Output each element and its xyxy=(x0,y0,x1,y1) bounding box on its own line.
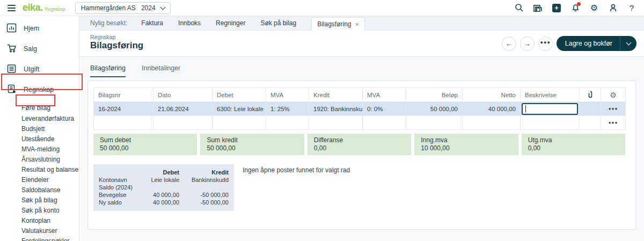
cell-dato[interactable] xyxy=(153,116,213,130)
sidebar-item-label: Utgift xyxy=(24,65,39,73)
save-button-label: Lagre og bokfør xyxy=(557,40,620,47)
sidebar-item-salg[interactable]: Salg xyxy=(0,41,79,57)
sidebar-item-regnskap[interactable]: Regnskap xyxy=(0,82,79,98)
cell-netto[interactable] xyxy=(463,116,521,130)
acct-debet-value: Leie lokale xyxy=(149,176,179,184)
ellipsis-icon: ●●● xyxy=(540,40,551,45)
row-menu-button[interactable]: ●●● xyxy=(601,116,626,130)
sum-value: 0,00 xyxy=(528,144,619,152)
search-icon[interactable] xyxy=(514,3,524,13)
acct-row-label: Ny saldo xyxy=(99,199,149,206)
sum-kredit: Sum kredit 50 000,00 xyxy=(200,134,304,155)
cell-bilagsnr[interactable] xyxy=(94,116,153,130)
cart-icon xyxy=(6,43,17,55)
sidebar-item-label: Salg xyxy=(24,45,37,53)
cell-kredit[interactable] xyxy=(309,116,363,130)
help-icon[interactable]: ? xyxy=(627,3,636,13)
top-bar: eika. Regnskap Hammergården AS 2024 + ⚙ … xyxy=(0,0,644,16)
attachment-icon xyxy=(580,88,601,102)
col-bilagsnr: Bilagsnr xyxy=(94,88,153,102)
header-actions: ← → ●●● Lagre og bokfør xyxy=(502,36,636,51)
sidebar-item-hjem[interactable]: Hjem xyxy=(0,20,79,36)
recent-link-sok-pa-bilag[interactable]: Søk på bilag xyxy=(260,19,296,27)
document-tab-label: Bilagsføring xyxy=(317,20,351,28)
journal-entry-card: Bilagsnr Dato Debet MVA Kredit MVA Beløp… xyxy=(87,81,636,230)
sidebar-item-saldobalanse[interactable]: Saldobalanse xyxy=(0,185,79,195)
save-button-dropdown[interactable] xyxy=(620,36,636,51)
sidebar-item-utestaende[interactable]: Utestående xyxy=(0,134,79,144)
cell-mva-kredit[interactable] xyxy=(363,116,406,130)
cell-kredit[interactable]: 1920: Bankinnskudd xyxy=(309,102,363,116)
acct-row-label: Kontonavn xyxy=(99,176,149,184)
sum-debet: Sum debet 50 000,00 xyxy=(93,134,197,155)
back-button[interactable]: ← xyxy=(502,36,516,51)
recent-link-faktura[interactable]: Faktura xyxy=(141,19,163,27)
col-mva-debet: MVA xyxy=(266,88,309,102)
profile-icon[interactable] xyxy=(608,3,618,13)
cell-netto[interactable]: 40 000,00 xyxy=(463,102,521,116)
cell-attachment[interactable] xyxy=(580,116,601,130)
sum-value: 50 000,00 xyxy=(207,144,297,152)
sum-label: Inng.mva xyxy=(421,136,511,144)
hamburger-menu-icon[interactable] xyxy=(3,0,19,16)
recent-link-innboks[interactable]: Innboks xyxy=(178,19,201,27)
ledger-icon xyxy=(6,84,17,96)
settings-gear-icon[interactable]: ⚙ xyxy=(589,3,599,13)
sidebar-item-sok-pa-bilag[interactable]: Søk på bilag xyxy=(0,195,79,206)
sidebar-item-fore-bilag[interactable]: Føre bilag xyxy=(0,103,79,113)
close-icon[interactable]: × xyxy=(355,20,360,28)
sidebar-item-eiendeler[interactable]: Eiendeler xyxy=(0,175,79,185)
cell-belop[interactable] xyxy=(406,116,463,130)
cell-belop[interactable]: 50 000,00 xyxy=(406,102,463,116)
open-document-tab[interactable]: Bilagsføring × xyxy=(311,17,365,31)
expense-icon xyxy=(6,64,17,75)
cell-mva-kredit[interactable]: 0: 0% xyxy=(363,102,406,116)
sidebar-item-fordelingsnokler[interactable]: Fordelingsnøkler xyxy=(0,236,79,241)
main-area: Nylig besøkt: Faktura Innboks Regninger … xyxy=(79,16,644,241)
chevron-down-icon xyxy=(626,40,631,46)
account-balance-panel: Debet Kredit Kontonavn Leie lokale Banki… xyxy=(93,164,234,211)
acct-kredit-value: -50 000,00 xyxy=(179,191,229,199)
sidebar-item-leverandorfaktura[interactable]: Leverandørfaktura xyxy=(0,114,79,124)
cell-attachment[interactable] xyxy=(580,102,601,116)
sum-value: 50 000,00 xyxy=(100,144,191,152)
notification-bell-icon[interactable] xyxy=(570,3,580,13)
sum-label: Utg.mva xyxy=(528,136,619,144)
cell-dato[interactable]: 21.06.2024 xyxy=(153,102,213,116)
add-icon[interactable]: + xyxy=(552,3,561,13)
row-menu-button[interactable]: ●●● xyxy=(601,102,626,116)
sidebar-item-valutakurser[interactable]: Valutakurser xyxy=(0,226,79,236)
inngaende-mva: Inng.mva 10 000,00 xyxy=(414,134,518,155)
bank-icon[interactable] xyxy=(533,3,543,13)
col-belop: Beløp xyxy=(406,88,463,102)
tab-innbetalinger[interactable]: Innbetalinger xyxy=(142,64,180,77)
tab-bilagsforing[interactable]: Bilagsføring xyxy=(90,64,126,77)
company-selector[interactable]: Hammergården AS 2024 xyxy=(75,2,171,14)
cell-mva-debet[interactable] xyxy=(266,116,309,130)
sidebar-item-kontoplan[interactable]: Kontoplan xyxy=(0,216,79,226)
acct-row-label: Bevegelse xyxy=(99,191,149,199)
forward-button[interactable]: → xyxy=(520,36,535,51)
cell-bilagsnr[interactable]: 16-2024 xyxy=(94,102,153,116)
sidebar-item-arsavslutning[interactable]: Årsavslutning xyxy=(0,155,79,165)
beskrivelse-input[interactable] xyxy=(522,103,578,115)
col-kredit: Kredit xyxy=(309,88,363,102)
cell-mva-debet[interactable]: 1: 25% xyxy=(266,102,309,116)
cell-beskrivelse[interactable] xyxy=(521,116,580,130)
cell-debet[interactable]: 6300: Leie lokale xyxy=(213,102,266,116)
column-settings-gear-icon[interactable]: ⚙ xyxy=(601,88,626,102)
logo-word: eika. xyxy=(23,2,43,13)
sidebar-item-utgift[interactable]: Utgift xyxy=(0,61,79,77)
cell-beskrivelse xyxy=(521,102,580,116)
save-and-post-button[interactable]: Lagre og bokfør xyxy=(557,36,636,51)
sidebar-item-resultat-og-balanse[interactable]: Resultat og balanse xyxy=(0,165,79,175)
differanse: Differanse 0,00 xyxy=(308,134,411,155)
more-options-button[interactable]: ●●● xyxy=(538,36,553,51)
no-open-posts-message: Ingen åpne poster funnet for valgt rad xyxy=(243,166,350,174)
sidebar-item-sok-pa-konto[interactable]: Søk på konto xyxy=(0,206,79,216)
sidebar-item-budsjett[interactable]: Budsjett xyxy=(0,124,79,134)
recent-link-regninger[interactable]: Regninger xyxy=(216,19,245,27)
sidebar-item-mva-melding[interactable]: MVA-melding xyxy=(0,144,79,155)
cell-debet[interactable] xyxy=(213,116,266,130)
acct-kredit-value: Bankinnskudd xyxy=(179,176,229,184)
